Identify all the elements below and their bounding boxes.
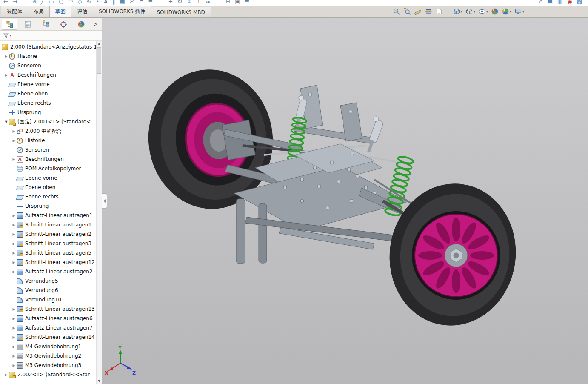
- display-style-icon[interactable]: ▾: [465, 8, 475, 15]
- tree-item[interactable]: ▶Schnitt-Linear austragen1: [0, 220, 96, 229]
- expand-arrow-icon[interactable]: ▶: [11, 242, 17, 246]
- expand-arrow-icon[interactable]: ▶: [11, 307, 17, 311]
- tree-item[interactable]: Ebene oben: [0, 183, 96, 192]
- expand-arrow-icon[interactable]: ▶: [3, 54, 9, 58]
- tree-item[interactable]: ▶Aufsatz-Linear austragen7: [0, 323, 96, 332]
- tree-item[interactable]: Ebene vorne: [0, 80, 96, 89]
- filter-funnel-icon[interactable]: ▾: [3, 32, 11, 39]
- move-entities-icon[interactable]: +: [168, 0, 173, 6]
- previous-icon[interactable]: ←: [3, 0, 8, 6]
- tree-item[interactable]: Verrundung10: [0, 295, 96, 304]
- line-icon[interactable]: ╱: [41, 0, 44, 6]
- tree-item[interactable]: Ursprung: [0, 108, 96, 117]
- expand-arrow-icon[interactable]: ▶: [11, 261, 17, 264]
- scroll-down-arrow-icon[interactable]: [97, 378, 102, 384]
- expand-arrow-icon[interactable]: ▶: [11, 335, 17, 339]
- dropdown-caret-icon[interactable]: ▾: [474, 10, 475, 14]
- trim-entities-icon[interactable]: ✂: [130, 0, 134, 6]
- dropdown-caret-icon[interactable]: ▾: [510, 10, 511, 14]
- ribbon-tab-evaluate[interactable]: 评估: [71, 6, 93, 17]
- panel-expand-button[interactable]: >: [91, 21, 100, 27]
- expand-arrow-icon[interactable]: ▶: [11, 317, 17, 321]
- tree-item[interactable]: ▶M3 Gewindebohrung3: [0, 361, 96, 370]
- tree-item[interactable]: Sensoren: [0, 145, 96, 155]
- displaymanager-tab[interactable]: [73, 19, 89, 30]
- tree-item[interactable]: ▶Aufsatz-Linear austragen1: [0, 211, 96, 220]
- tree-item[interactable]: ▶Schnitt-Linear austragen12: [0, 258, 96, 267]
- hide-show-items-icon[interactable]: ▾: [478, 8, 488, 15]
- tree-item[interactable]: ▶Aufsatz-Linear austragen2: [0, 267, 96, 276]
- view-settings-icon[interactable]: ▾: [514, 8, 524, 15]
- previous-view-icon[interactable]: [414, 8, 422, 15]
- tree-item[interactable]: ▶2.000 中的配合: [0, 126, 96, 136]
- smart-dimension-icon[interactable]: ⌀: [33, 0, 36, 6]
- point-icon[interactable]: •: [96, 0, 99, 6]
- rectangle-icon[interactable]: ▭: [49, 0, 54, 6]
- tree-item[interactable]: Verrundung5: [0, 276, 96, 286]
- propertymanager-tab[interactable]: [20, 19, 35, 30]
- snap-settings-icon[interactable]: ▣: [235, 0, 240, 6]
- tree-item[interactable]: 2.000 (Standard<Anzeigestatus-1>: [0, 42, 96, 52]
- expand-arrow-icon[interactable]: ▶: [11, 326, 17, 330]
- tree-item[interactable]: Verrundung6: [0, 286, 96, 295]
- tree-item[interactable]: ▶Historie: [0, 136, 96, 145]
- tree-item[interactable]: ▶Beschriftungen: [0, 70, 96, 80]
- tree-item[interactable]: ▼(固定) 2.001<1> (Standard<: [0, 117, 96, 126]
- tree-item[interactable]: Ursprung: [0, 201, 96, 211]
- tree-item[interactable]: ▶Historie: [0, 52, 96, 61]
- tree-item[interactable]: Ebene rechts: [0, 98, 96, 108]
- tree-item[interactable]: ▶Schnitt-Linear austragen2: [0, 229, 96, 239]
- configurationmanager-tab[interactable]: [37, 19, 53, 30]
- expand-arrow-icon[interactable]: ▶: [11, 139, 17, 143]
- scroll-up-arrow-icon[interactable]: [97, 41, 102, 46]
- design-library-icon[interactable]: ▤: [548, 0, 553, 6]
- expand-arrow-icon[interactable]: ▶: [11, 270, 17, 274]
- expand-arrow-icon[interactable]: ▶: [3, 73, 9, 77]
- appearances-scenes-icon[interactable]: ◉: [567, 0, 572, 6]
- edit-appearance-icon[interactable]: [491, 8, 499, 15]
- ribbon-tab-assembly[interactable]: 装配体: [1, 6, 28, 17]
- custom-properties-icon[interactable]: ▧: [577, 0, 582, 6]
- tree-item[interactable]: ▶M4 Gewindebohrung1: [0, 342, 96, 351]
- section-view-icon[interactable]: [425, 8, 432, 15]
- display-relations-icon[interactable]: ⊥: [196, 0, 201, 6]
- file-explorer-icon[interactable]: ▥: [557, 0, 562, 6]
- dimxpertmanager-tab[interactable]: [55, 19, 71, 30]
- tree-item[interactable]: ▶2.002<1> (Standard<<Star: [0, 370, 96, 379]
- view-orientation-icon[interactable]: ▾: [453, 8, 462, 15]
- apply-scene-icon[interactable]: ▾: [502, 8, 511, 15]
- arc-icon[interactable]: ◠: [68, 0, 73, 6]
- expand-arrow-icon[interactable]: ▶: [11, 214, 17, 218]
- scrollbar-thumb[interactable]: [97, 47, 101, 74]
- zoom-to-area-icon[interactable]: [403, 8, 411, 15]
- featuremanager-tab[interactable]: [2, 19, 17, 30]
- offset-entities-icon[interactable]: ≡: [148, 0, 153, 6]
- tree-item[interactable]: ▶Aufsatz-Linear austragen6: [0, 314, 96, 323]
- dropdown-caret-icon[interactable]: ▾: [461, 10, 462, 14]
- polygon-icon[interactable]: ◇: [77, 0, 82, 6]
- dropdown-caret-icon[interactable]: ▾: [522, 10, 524, 14]
- ribbon-tab-mbd[interactable]: SOLIDWORKS MBD: [151, 7, 211, 17]
- tree-scrollbar[interactable]: [96, 41, 102, 384]
- graphics-viewport[interactable]: X Y Z: [102, 18, 588, 384]
- expand-arrow-icon[interactable]: ▶: [11, 251, 17, 255]
- tree-item[interactable]: Sensoren: [0, 61, 96, 70]
- expand-arrow-icon[interactable]: ▶: [11, 158, 17, 161]
- tree-item[interactable]: ▶M3 Gewindebohrung2: [0, 351, 96, 361]
- tree-item[interactable]: ▶Schnitt-Linear austragen5: [0, 248, 96, 258]
- text-icon[interactable]: A: [104, 0, 108, 6]
- scale-entities-icon[interactable]: ↕: [187, 0, 191, 6]
- options-icon[interactable]: ≡: [245, 0, 250, 6]
- tree-item[interactable]: ▶Schnitt-Linear austragen3: [0, 239, 96, 248]
- linear-pattern-icon[interactable]: ▦: [120, 0, 125, 6]
- ribbon-tab-addins[interactable]: SOLIDWORKS 插件: [93, 6, 151, 17]
- convert-entities-icon[interactable]: ⊂: [139, 0, 144, 6]
- model-canvas[interactable]: X Y Z: [102, 18, 588, 384]
- spline-icon[interactable]: ∿: [86, 0, 91, 6]
- tree-item[interactable]: ▶Schnitt-Linear austragen13: [0, 304, 96, 314]
- filter-caret-icon[interactable]: ▾: [10, 34, 11, 37]
- sketch-snaps-icon[interactable]: ≈: [206, 0, 211, 6]
- expand-arrow-icon[interactable]: ▶: [11, 129, 17, 133]
- expand-arrow-icon[interactable]: ▶: [11, 232, 17, 236]
- expand-arrow-icon[interactable]: ▶: [3, 373, 9, 377]
